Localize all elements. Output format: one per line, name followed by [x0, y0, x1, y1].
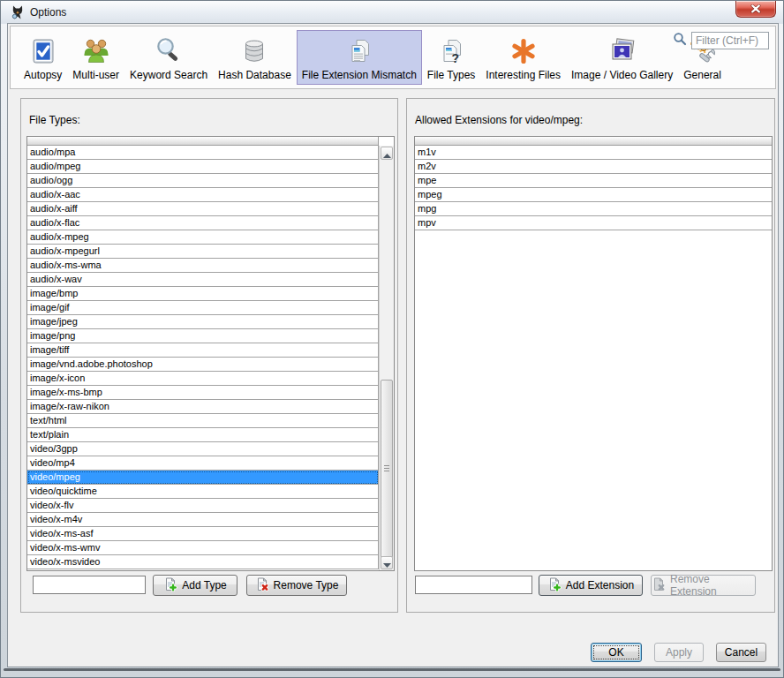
scroll-down-button[interactable]	[381, 556, 393, 569]
add-extension-button[interactable]: Add Extension	[539, 575, 643, 596]
list-item[interactable]: audio/x-wav	[27, 273, 379, 287]
title-bar[interactable]: Options	[1, 1, 783, 24]
toolbar-item-file-types[interactable]: ? File Types	[422, 30, 480, 85]
list-item[interactable]: video/x-ms-asf	[27, 527, 379, 541]
filter-box	[673, 32, 769, 49]
file-extension-mismatch-icon	[345, 37, 373, 65]
list-item[interactable]: audio/x-aiff	[27, 202, 379, 216]
remove-type-button[interactable]: Remove Type	[246, 575, 347, 596]
toolbar-item-hash-database[interactable]: Hash Database	[213, 30, 297, 85]
options-toolbar: Autopsy Multi-user	[10, 26, 776, 89]
extensions-list: m1vm2vmpempegmpgmpv	[415, 146, 772, 230]
list-item[interactable]: mpv	[415, 216, 772, 230]
list-item[interactable]: video/mpeg	[27, 471, 379, 485]
list-item[interactable]: mpg	[415, 202, 772, 216]
close-icon	[750, 1, 761, 17]
toolbar-item-label: Image / Video Gallery	[571, 69, 673, 81]
apply-button[interactable]: Apply	[654, 643, 704, 662]
list-item[interactable]: video/x-flv	[27, 499, 379, 513]
allowed-extensions-panel: Allowed Extensions for video/mpeg: m1vm2…	[406, 98, 775, 613]
interesting-files-icon	[509, 37, 538, 65]
dialog-client-area: Autopsy Multi-user	[7, 23, 779, 667]
list-item[interactable]: audio/x-mpeg	[27, 230, 379, 245]
remove-extension-button[interactable]: Remove Extension	[651, 575, 756, 596]
file-types-table: audio/mpaaudio/mpegaudio/oggaudio/x-aaca…	[26, 136, 395, 571]
add-document-icon	[547, 577, 562, 594]
list-item[interactable]: audio/x-aac	[27, 188, 379, 202]
list-item[interactable]: m1v	[415, 146, 772, 160]
list-item[interactable]: video/3gpp	[27, 442, 379, 456]
svg-text:?: ?	[452, 51, 460, 65]
toolbar-item-file-extension-mismatch[interactable]: File Extension Mismatch	[297, 30, 422, 85]
list-item[interactable]: audio/mpeg	[27, 160, 379, 174]
allowed-extensions-label: Allowed Extensions for video/mpeg:	[415, 114, 583, 126]
table-header	[27, 137, 379, 146]
list-item[interactable]: m2v	[415, 160, 772, 174]
toolbar-item-interesting-files[interactable]: Interesting Files	[480, 30, 566, 85]
file-types-icon: ?	[437, 37, 465, 65]
add-type-button[interactable]: Add Type	[153, 575, 237, 596]
remove-document-icon	[255, 577, 269, 594]
keyword-search-icon	[155, 37, 183, 65]
add-type-label: Add Type	[182, 579, 226, 591]
scrollbar-thumb[interactable]	[381, 380, 393, 558]
toolbar-item-label: Multi-user	[72, 69, 119, 81]
window-title: Options	[30, 6, 66, 19]
list-item[interactable]: audio/ogg	[27, 174, 379, 188]
list-item[interactable]: image/bmp	[27, 287, 379, 301]
toolbar-item-label: Keyword Search	[130, 69, 207, 81]
scroll-up-button[interactable]	[381, 147, 393, 160]
list-item[interactable]: audio/x-mpegurl	[27, 245, 379, 259]
list-item[interactable]: video/x-msvideo	[27, 555, 379, 569]
list-item[interactable]: mpeg	[415, 188, 772, 202]
list-item[interactable]: image/png	[27, 329, 379, 343]
list-item[interactable]: image/vnd.adobe.photoshop	[27, 358, 379, 372]
cancel-button[interactable]: Cancel	[716, 643, 766, 662]
list-item[interactable]: text/html	[27, 414, 379, 428]
hash-database-icon	[240, 37, 268, 65]
ok-button[interactable]: OK	[591, 643, 642, 662]
list-item[interactable]: audio/mpa	[27, 146, 379, 160]
list-item[interactable]: mpe	[415, 174, 772, 188]
list-item[interactable]: image/x-icon	[27, 372, 379, 386]
autopsy-dog-icon	[10, 4, 26, 20]
toolbar-item-label: Autopsy	[24, 69, 62, 81]
file-types-label: File Types:	[29, 114, 80, 126]
toolbar-item-keyword-search[interactable]: Keyword Search	[124, 30, 213, 85]
remove-extension-label: Remove Extension	[670, 573, 755, 598]
toolbar-item-label: Hash Database	[218, 69, 291, 81]
new-type-input[interactable]	[33, 576, 146, 594]
list-item[interactable]: text/plain	[27, 428, 379, 442]
toolbar-item-multi-user[interactable]: Multi-user	[67, 30, 124, 85]
list-item[interactable]: image/gif	[27, 301, 379, 315]
file-types-panel: File Types: audio/mpaaudio/mpegaudio/ogg…	[20, 98, 398, 613]
filter-input[interactable]	[691, 32, 769, 49]
toolbar-item-autopsy[interactable]: Autopsy	[19, 30, 67, 85]
list-item[interactable]: image/tiff	[27, 343, 379, 358]
new-extension-input[interactable]	[415, 576, 532, 594]
arrow-up-icon	[383, 146, 391, 162]
list-item[interactable]: video/x-m4v	[27, 513, 379, 527]
list-item[interactable]: image/jpeg	[27, 315, 379, 329]
list-item[interactable]: image/x-ms-bmp	[27, 386, 379, 400]
remove-type-label: Remove Type	[274, 579, 339, 591]
list-item[interactable]: video/quicktime	[27, 485, 379, 499]
options-window: Options Autopsy	[0, 0, 784, 678]
list-item[interactable]: image/x-raw-nikon	[27, 400, 379, 414]
list-item[interactable]: audio/x-flac	[27, 216, 379, 230]
window-frame-edge	[4, 668, 780, 671]
multi-user-icon	[82, 37, 110, 65]
toolbar-item-label: File Types	[427, 69, 475, 81]
remove-document-icon	[652, 577, 666, 594]
list-item[interactable]: video/x-ms-wmv	[27, 541, 379, 555]
close-button[interactable]	[735, 1, 776, 18]
toolbar-item-image-video-gallery[interactable]: Image / Video Gallery	[566, 30, 678, 85]
list-item[interactable]: audio/x-ms-wma	[27, 259, 379, 273]
image-video-gallery-icon	[608, 37, 637, 65]
toolbar-item-label: General	[683, 69, 721, 81]
arrow-down-icon	[383, 555, 391, 571]
add-document-icon	[163, 577, 177, 594]
autopsy-icon	[29, 37, 57, 65]
vertical-scrollbar[interactable]	[379, 146, 394, 570]
list-item[interactable]: video/mp4	[27, 456, 379, 471]
